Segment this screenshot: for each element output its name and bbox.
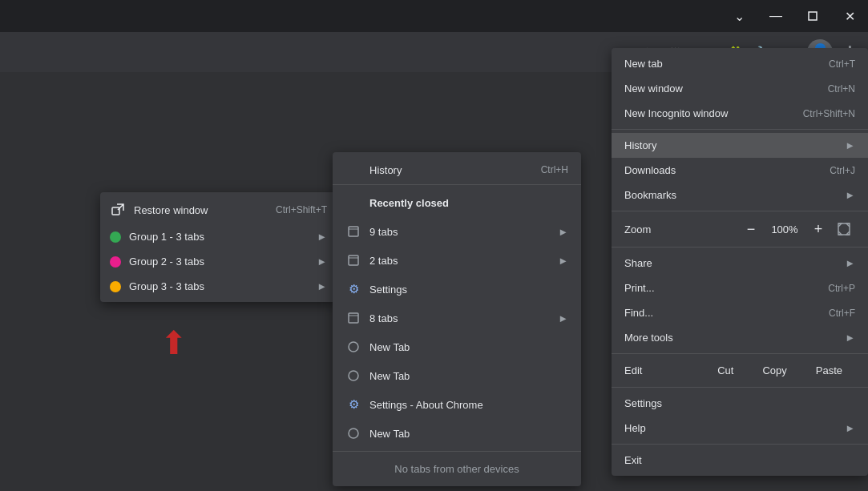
group2-label: Group 2 - 3 tabs <box>129 256 309 268</box>
history-arrow: ► <box>845 139 855 151</box>
external-link-icon <box>110 202 126 218</box>
divider-6 <box>612 444 868 445</box>
more-tools-item[interactable]: More tools ► <box>612 325 868 350</box>
new-tab-label: New tab <box>624 58 821 70</box>
edit-label: Edit <box>624 364 701 376</box>
recently-closed-item: Recently closed <box>333 188 581 217</box>
new-tab-item[interactable]: New tab Ctrl+T <box>612 51 868 76</box>
restore-window-label: Restore window <box>134 204 268 216</box>
circle-icon-newtab2 <box>345 368 361 384</box>
divider-1 <box>612 129 868 130</box>
svg-rect-4 <box>349 256 358 265</box>
9tabs-item[interactable]: 9 tabs ► <box>333 217 581 246</box>
window-controls: ⌄ — ✕ <box>721 0 868 32</box>
group2-arrow: ► <box>317 256 327 268</box>
copy-btn[interactable]: Copy <box>749 360 799 380</box>
divider-4 <box>612 353 868 354</box>
bookmarks-item[interactable]: Bookmarks ► <box>612 183 868 207</box>
history-submenu: History Ctrl+H Recently closed 9 tabs ► … <box>333 152 581 486</box>
9tabs-label: 9 tabs <box>369 226 550 238</box>
history-divider <box>333 451 581 452</box>
chevron-down-btn[interactable]: ⌄ <box>721 0 757 32</box>
history-menu-item[interactable]: History ► <box>612 133 868 158</box>
new-tab-shortcut: Ctrl+T <box>829 58 855 70</box>
cut-btn[interactable]: Cut <box>704 360 746 380</box>
newtab1-label: New Tab <box>369 341 568 353</box>
new-window-item[interactable]: New window Ctrl+N <box>612 76 868 101</box>
history-header-item[interactable]: History Ctrl+H <box>333 155 581 185</box>
find-shortcut: Ctrl+F <box>829 308 855 319</box>
zoom-plus-btn[interactable]: + <box>807 218 830 240</box>
downloads-item[interactable]: Downloads Ctrl+J <box>612 158 868 183</box>
new-incognito-label: New Incognito window <box>624 107 795 119</box>
restore-btn[interactable] <box>794 0 831 32</box>
group1-dot <box>110 231 121 243</box>
settings1-item[interactable]: ⚙ Settings <box>333 275 581 304</box>
zoom-value: 100% <box>765 223 804 235</box>
settings1-label: Settings <box>369 284 568 296</box>
find-item[interactable]: Find... Ctrl+F <box>612 300 868 325</box>
2tabs-label: 2 tabs <box>369 255 550 267</box>
zoom-label: Zoom <box>624 223 737 235</box>
window-icon-9tabs <box>345 223 361 239</box>
circle-icon-newtab3 <box>345 425 361 441</box>
8tabs-item[interactable]: 8 tabs ► <box>333 304 581 332</box>
restore-window-menu: Restore window Ctrl+Shift+T Group 1 - 3 … <box>100 192 337 302</box>
print-shortcut: Ctrl+P <box>828 283 855 294</box>
settings-about-label: Settings - About Chrome <box>369 399 568 411</box>
print-item[interactable]: Print... Ctrl+P <box>612 276 868 300</box>
exit-item[interactable]: Exit <box>612 448 868 473</box>
share-label: Share <box>624 257 837 269</box>
window-icon-8tabs <box>345 310 361 326</box>
share-arrow: ► <box>845 257 855 269</box>
find-label: Find... <box>624 307 821 319</box>
recently-closed-icon <box>345 195 361 211</box>
new-incognito-shortcut: Ctrl+Shift+N <box>803 108 855 119</box>
new-window-shortcut: Ctrl+N <box>828 83 855 95</box>
help-arrow: ► <box>845 422 855 434</box>
svg-point-10 <box>349 429 358 438</box>
edit-row: Edit Cut Copy Paste <box>612 357 868 384</box>
newtab3-item[interactable]: New Tab <box>333 419 581 448</box>
restore-window-item[interactable]: Restore window Ctrl+Shift+T <box>100 195 337 224</box>
newtab2-label: New Tab <box>369 370 568 382</box>
help-label: Help <box>624 422 837 434</box>
title-bar: ⌄ — ✕ <box>0 0 868 32</box>
group1-label: Group 1 - 3 tabs <box>129 231 309 243</box>
zoom-minus-btn[interactable]: − <box>740 218 762 240</box>
group1-item[interactable]: Group 1 - 3 tabs ► <box>100 224 337 249</box>
paste-btn[interactable]: Paste <box>803 360 855 380</box>
svg-rect-6 <box>349 313 358 323</box>
downloads-label: Downloads <box>624 164 822 176</box>
group3-item[interactable]: Group 3 - 3 tabs ► <box>100 274 337 299</box>
history-header-icon <box>345 162 361 178</box>
8tabs-arrow: ► <box>558 312 568 324</box>
svg-point-8 <box>349 342 358 352</box>
newtab3-label: New Tab <box>369 428 568 440</box>
share-item[interactable]: Share ► <box>612 251 868 276</box>
print-label: Print... <box>624 282 820 294</box>
help-item[interactable]: Help ► <box>612 416 868 441</box>
group2-item[interactable]: Group 2 - 3 tabs ► <box>100 249 337 274</box>
new-window-label: New window <box>624 83 820 95</box>
group3-arrow: ► <box>317 280 327 292</box>
2tabs-item[interactable]: 2 tabs ► <box>333 246 581 275</box>
new-incognito-item[interactable]: New Incognito window Ctrl+Shift+N <box>612 101 868 126</box>
zoom-row: Zoom − 100% + <box>612 215 868 243</box>
gear-icon-settings1: ⚙ <box>345 281 361 297</box>
restore-window-shortcut: Ctrl+Shift+T <box>276 204 327 215</box>
newtab2-item[interactable]: New Tab <box>333 361 581 390</box>
settings-about-item[interactable]: ⚙ Settings - About Chrome <box>333 390 581 419</box>
svg-rect-2 <box>349 227 358 236</box>
settings-item[interactable]: Settings <box>612 391 868 416</box>
history-shortcut: Ctrl+H <box>541 164 568 175</box>
8tabs-label: 8 tabs <box>369 312 550 324</box>
recently-closed-label: Recently closed <box>369 197 568 209</box>
divider-3 <box>612 247 868 248</box>
zoom-fullscreen-btn[interactable] <box>833 218 855 240</box>
newtab1-item[interactable]: New Tab <box>333 332 581 361</box>
bookmarks-label: Bookmarks <box>624 189 837 201</box>
close-btn[interactable]: ✕ <box>831 0 868 32</box>
minimize-btn[interactable]: — <box>757 0 794 32</box>
9tabs-arrow: ► <box>558 226 568 238</box>
